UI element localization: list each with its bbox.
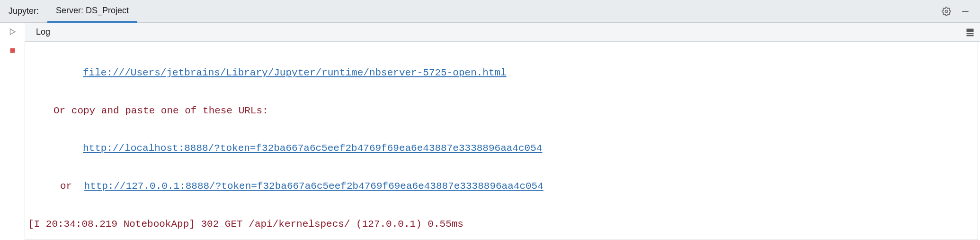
log-line-instruction: Or copy and paste one of these URLs: (28, 102, 975, 120)
log-line-link1: file:///Users/jetbrains/Library/Jupyter/… (28, 64, 975, 83)
svg-marker-2 (10, 29, 16, 35)
localhost-url-link[interactable]: http://localhost:8888/?token=f32ba667a6c… (83, 143, 542, 154)
server-tab[interactable]: Server: DS_Project (47, 0, 137, 23)
log-header-actions (965, 23, 980, 42)
main-area: Log file:///Users/jetbrains/Library/Jupy… (0, 23, 980, 240)
log-line-link3: or http://127.0.0.1:8888/?token=f32ba667… (28, 177, 975, 196)
jupyter-label: Jupyter: (6, 0, 47, 22)
log-header-label: Log (36, 27, 50, 37)
log-panel: Log file:///Users/jetbrains/Library/Jupy… (25, 23, 980, 240)
log-line-5: [I 20:34:08.219 NotebookApp] 302 GET /ap… (28, 215, 975, 234)
or-text: or (60, 181, 72, 192)
log-line-link2: http://localhost:8888/?token=f32ba667a6c… (28, 139, 975, 158)
top-bar-right (941, 6, 974, 17)
svg-rect-5 (967, 33, 974, 34)
svg-point-0 (945, 10, 948, 12)
top-bar: Jupyter: Server: DS_Project (0, 0, 980, 23)
file-url-link[interactable]: file:///Users/jetbrains/Library/Jupyter/… (83, 67, 507, 78)
log-header: Log (25, 23, 965, 42)
svg-rect-3 (10, 48, 15, 53)
svg-rect-6 (967, 35, 974, 36)
layout-toggle-icon[interactable] (965, 27, 975, 37)
play-icon[interactable] (8, 28, 17, 38)
stop-icon[interactable] (9, 47, 16, 56)
ip-url-link[interactable]: http://127.0.0.1:8888/?token=f32ba667a6c… (84, 181, 543, 192)
gear-icon[interactable] (941, 6, 952, 17)
top-bar-left: Jupyter: Server: DS_Project (6, 0, 941, 22)
svg-rect-4 (967, 28, 974, 32)
log-content[interactable]: file:///Users/jetbrains/Library/Jupyter/… (25, 42, 978, 240)
minimize-icon[interactable] (960, 6, 971, 17)
log-header-row: Log (25, 23, 980, 42)
gutter (0, 23, 25, 240)
